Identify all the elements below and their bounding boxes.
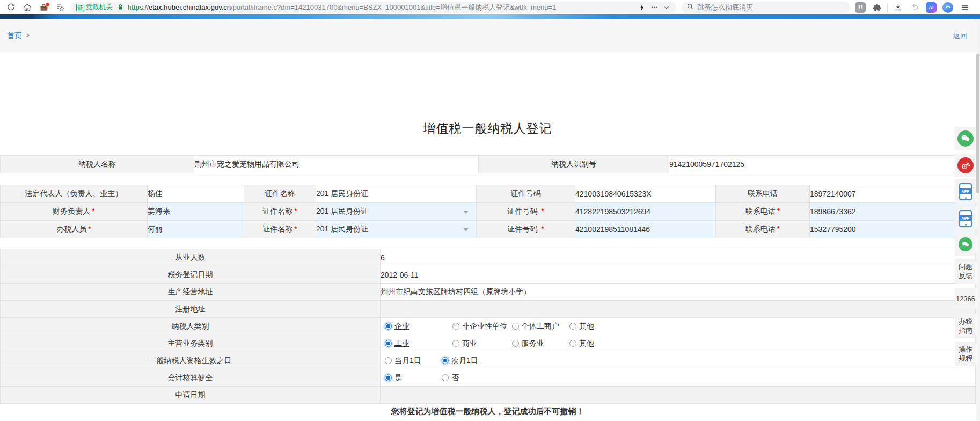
tax-clerk-name-field[interactable]: 何丽 (148, 221, 244, 238)
finance-officer-label: 财务负责人* (1, 203, 148, 221)
tax-guide-button[interactable]: 办税指南 (955, 314, 976, 338)
registered-address-label: 注册地址 (1, 301, 381, 318)
phone-field[interactable]: 18986673362 (810, 203, 976, 221)
url-bar[interactable]: 证 党政机关 https://etax.hubei.chinatax.gov.c… (71, 2, 676, 13)
tax-reg-date-label: 税务登记日期 (1, 266, 381, 284)
cert-no-field[interactable]: 421002198511081446 (575, 221, 716, 238)
browser-logo-icon[interactable] (941, 2, 954, 13)
cert-name-label: 证件名称* (244, 221, 316, 238)
table-row: 会计核算健全 是 否 (1, 369, 976, 387)
radio-option-current-month[interactable]: 当月1日 (385, 356, 440, 366)
taxpayer-id-label: 纳税人识别号 (479, 156, 669, 173)
download-icon[interactable] (891, 2, 904, 13)
cert-name-select[interactable]: 201 居民身份证 (316, 203, 477, 221)
main-business-label: 主营业务类别 (1, 335, 381, 352)
site-banner-strip (0, 14, 980, 19)
ai-assistant-icon[interactable]: AI (925, 2, 938, 13)
radio-option-enterprise[interactable]: 企业 (385, 322, 450, 331)
radio-icon[interactable] (569, 340, 576, 347)
radio-option-yes[interactable]: 是 (385, 373, 440, 383)
main-business-options: 工业 商业 服务业 其他 (381, 335, 976, 352)
table-row: 纳税人名称 荆州市宠之爱宠物用品有限公司 纳税人识别号 914210005971… (1, 156, 976, 173)
phone-label: 联系电话* (716, 221, 810, 238)
browser-window: 证 党政机关 https://etax.hubei.chinatax.gov.c… (0, 0, 980, 421)
briefcase-icon[interactable] (38, 2, 50, 13)
toolbar-divider (887, 3, 888, 12)
table-row: 申请日期 (1, 387, 976, 404)
employee-count-value: 6 (381, 249, 976, 266)
radio-icon[interactable] (452, 340, 459, 347)
radio-option-individual[interactable]: 个体工商户 (512, 322, 567, 331)
undo-icon[interactable] (908, 2, 921, 13)
chevron-down-icon[interactable] (463, 210, 469, 214)
back-link[interactable]: 返回 (953, 31, 967, 41)
radio-option-industry[interactable]: 工业 (385, 339, 450, 349)
cert-no-field[interactable]: 412822198503212694 (575, 203, 716, 221)
radio-checked-icon[interactable] (385, 374, 392, 381)
taxpayer-id-value: 914210005971702125 (669, 156, 976, 173)
chevron-down-icon[interactable] (463, 228, 469, 231)
app-download-button[interactable]: APP (955, 206, 976, 231)
apply-date-label: 申请日期 (1, 387, 381, 404)
lightning-icon[interactable] (638, 2, 646, 13)
radio-icon[interactable] (385, 357, 392, 364)
weibo-icon (957, 157, 974, 173)
radio-option-other[interactable]: 其他 (569, 322, 594, 331)
search-input[interactable]: 跳蚤怎么彻底消灭 (682, 2, 850, 13)
breadcrumb-home-link[interactable]: 首页 (7, 31, 22, 41)
radio-icon[interactable] (442, 374, 449, 381)
site-cert-badge[interactable]: 证 党政机关 (76, 3, 113, 12)
radio-option-no[interactable]: 否 (442, 373, 459, 383)
sound-accounting-options: 是 否 (381, 369, 976, 387)
registered-address-value (381, 301, 976, 318)
wechat-mini-button[interactable] (955, 233, 976, 256)
table-row: 法定代表人（负责人、业主） 杨佳 证件名称 201 居民身份证 证件号码 421… (1, 185, 976, 203)
url-text[interactable]: https://etax.hubei.chinatax.gov.cn/porta… (128, 3, 634, 12)
legal-rep-name-value: 杨佳 (148, 185, 244, 203)
phone-field[interactable]: 15327795200 (810, 221, 976, 238)
radio-option-non-enterprise[interactable]: 非企业性单位 (452, 322, 510, 331)
cert-icon: 证 (76, 4, 84, 11)
radio-option-service[interactable]: 服务业 (512, 339, 567, 349)
cert-name-select[interactable]: 201 居民身份证 (316, 221, 477, 238)
cert-name-value: 201 居民身份证 (316, 185, 477, 203)
wechat-share-button[interactable] (955, 127, 976, 150)
radio-icon[interactable] (512, 340, 519, 347)
taxpayer-name-value: 荆州市宠之爱宠物用品有限公司 (194, 156, 479, 173)
radio-checked-icon[interactable] (385, 323, 392, 330)
contacts-table: 法定代表人（负责人、业主） 杨佳 证件名称 201 居民身份证 证件号码 421… (0, 185, 976, 238)
radio-option-next-month[interactable]: 次月1日 (442, 356, 478, 366)
chevron-down-icon[interactable] (662, 2, 671, 13)
business-address-label: 生产经营地址 (1, 284, 381, 301)
radio-icon[interactable] (452, 323, 459, 330)
menu-icon[interactable] (958, 2, 971, 13)
table-row: 从业人数 6 (1, 249, 976, 266)
finance-officer-name-field[interactable]: 姜海来 (148, 203, 244, 221)
radio-option-other[interactable]: 其他 (569, 339, 594, 349)
scrollbar-thumb[interactable] (976, 54, 979, 193)
feedback-button[interactable]: 问题反馈 (955, 259, 976, 284)
operation-rules-button[interactable]: 操作规程 (955, 342, 976, 366)
browser-toolbar: 证 党政机关 https://etax.hubei.chinatax.gov.c… (0, 0, 980, 14)
app-download-button[interactable]: APP (955, 179, 976, 204)
cert-no-label: 证件号码 * (477, 221, 575, 238)
lock-icon[interactable] (116, 2, 125, 13)
hotline-12366-button[interactable]: 12366 (955, 288, 976, 309)
table-row: 财务负责人* 姜海来 证件名称* 201 居民身份证 证件号码 * 412822… (1, 203, 976, 221)
more-dots-icon[interactable] (649, 2, 659, 13)
effective-date-options: 当月1日 次月1日 (381, 352, 976, 369)
refresh-icon[interactable] (4, 2, 17, 13)
home-icon[interactable] (21, 2, 34, 13)
taxpayer-info-table: 纳税人名称 荆州市宠之爱宠物用品有限公司 纳税人识别号 914210005971… (0, 155, 976, 173)
radio-checked-icon[interactable] (385, 340, 392, 347)
weibo-share-button[interactable] (955, 154, 976, 177)
notification-dot (45, 2, 50, 7)
book-icon[interactable] (854, 2, 867, 13)
radio-checked-icon[interactable] (442, 357, 449, 364)
reading-list-star-icon[interactable] (54, 2, 67, 13)
radio-option-commerce[interactable]: 商业 (452, 339, 510, 349)
irrevocable-warning-text: 您将登记为增值税一般纳税人，登记成功后不可撤销！ (0, 407, 975, 417)
radio-icon[interactable] (512, 323, 519, 330)
radio-icon[interactable] (569, 323, 576, 330)
puzzle-extension-icon[interactable] (871, 2, 883, 13)
